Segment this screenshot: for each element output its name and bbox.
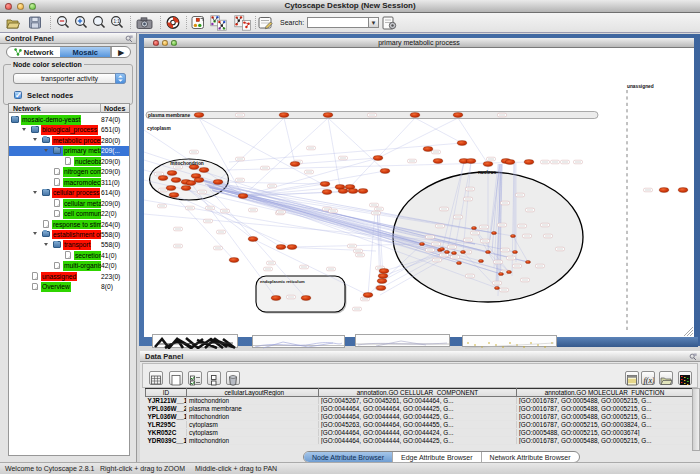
svg-text:plasma membrane: plasma membrane: [148, 113, 190, 118]
svg-text:cytoplasm: cytoplasm: [147, 126, 171, 131]
svg-text:endoplasmic reticulum: endoplasmic reticulum: [260, 279, 305, 284]
svg-text:1:1: 1:1: [113, 19, 120, 24]
svg-text:unassigned: unassigned: [627, 84, 654, 89]
svg-text:mitochondrion: mitochondrion: [170, 161, 204, 166]
svg-text:nucleus: nucleus: [478, 170, 496, 175]
svg-text:f(x): f(x): [644, 376, 655, 385]
